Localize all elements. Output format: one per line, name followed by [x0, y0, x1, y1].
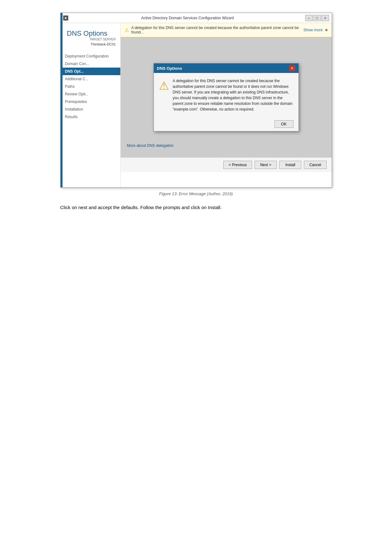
previous-button[interactable]: < Previous — [223, 161, 252, 169]
warning-banner-close[interactable]: × — [325, 27, 328, 33]
wizard-main: ⚠ A delegation for this DNS server canno… — [121, 23, 332, 187]
app-icon: ■ — [63, 15, 68, 21]
wizard-footer: < Previous Next > Install Cancel — [121, 157, 332, 172]
content-area: DNS Options × ⚠ A delegation for this DN… — [121, 37, 332, 157]
dns-dialog-close-button[interactable]: × — [289, 65, 295, 71]
dns-ok-button[interactable]: OK — [274, 120, 293, 128]
wizard-sidebar: DNS Options TARGET SERVER Thinktank-DC01… — [61, 23, 121, 187]
wizard-window: ■ Active Directory Domain Services Confi… — [60, 13, 332, 188]
show-more-link[interactable]: Show more — [304, 28, 323, 32]
sidebar-item-installation[interactable]: Installation — [61, 105, 120, 113]
body-text: Click on next and accept the defaults. F… — [60, 204, 332, 211]
window-controls: – □ × — [305, 15, 329, 21]
dns-dialog-titlebar: DNS Options × — [154, 63, 299, 73]
modal-overlay: DNS Options × ⚠ A delegation for this DN… — [121, 37, 332, 157]
warning-banner-text: A delegation for this DNS server cannot … — [131, 26, 301, 34]
warning-banner: ⚠ A delegation for this DNS server canno… — [121, 23, 332, 37]
sidebar-item-results[interactable]: Results — [61, 113, 120, 121]
sidebar-item-deployment[interactable]: Deployment Configuration — [61, 52, 120, 60]
sidebar-item-dns-opt[interactable]: DNS Opt... — [61, 68, 120, 75]
figure-caption: Figure 13: Error Message (Author, 2019) — [60, 191, 332, 196]
sidebar-item-additional-c[interactable]: Additional C... — [61, 75, 120, 83]
sidebar-item-domain-con[interactable]: Domain Con... — [61, 60, 120, 68]
dns-dialog-text: A delegation for this DNS server cannot … — [173, 78, 293, 112]
sidebar-item-review-opti[interactable]: Review Opti... — [61, 90, 120, 98]
page-wrapper: ■ Active Directory Domain Services Confi… — [6, 6, 386, 215]
cancel-button[interactable]: Cancel — [304, 161, 326, 169]
sidebar-item-paths[interactable]: Paths — [61, 83, 120, 90]
wizard-body: DNS Options TARGET SERVER Thinktank-DC01… — [61, 23, 332, 187]
sidebar-header: DNS Options TARGET SERVER Thinktank-DC01 — [61, 23, 120, 49]
warning-triangle-icon: ⚠ — [124, 27, 129, 33]
minimize-button[interactable]: – — [305, 15, 313, 21]
target-server-label: TARGET SERVER — [67, 38, 116, 41]
dns-dialog-title: DNS Options — [157, 66, 182, 71]
sidebar-accent — [61, 13, 63, 187]
dns-dialog: DNS Options × ⚠ A delegation for this DN… — [154, 63, 299, 131]
target-server-value: Thinktank-DC01 — [67, 42, 116, 46]
dns-dialog-footer: OK — [154, 117, 299, 131]
window-title: Active Directory Domain Services Configu… — [70, 16, 305, 20]
dns-dialog-body: ⚠ A delegation for this DNS server canno… — [154, 73, 299, 117]
title-bar: ■ Active Directory Domain Services Confi… — [61, 13, 332, 23]
next-button[interactable]: Next > — [255, 161, 277, 169]
sidebar-nav: Deployment Configuration Domain Con... D… — [61, 52, 120, 121]
maximize-button[interactable]: □ — [313, 15, 321, 21]
sidebar-item-prerequisites[interactable]: Prerequisites — [61, 98, 120, 105]
dns-dialog-warning-icon: ⚠ — [159, 79, 169, 93]
window-close-button[interactable]: × — [322, 15, 329, 21]
sidebar-title: DNS Options — [67, 29, 116, 38]
install-button[interactable]: Install — [279, 161, 301, 169]
